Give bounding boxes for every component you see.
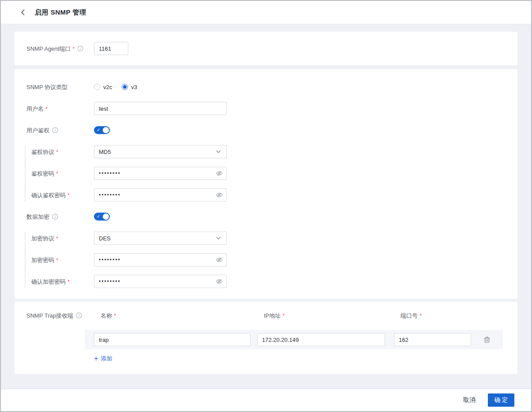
footer-actions: 取消 确定 (1, 389, 531, 411)
encryption-protocol-row: 加密协议 * DES (26, 232, 517, 245)
toggle-knob (103, 213, 109, 220)
section-protocol: SNMP 协议类型 v2c v3 用户名 * (15, 69, 517, 299)
protocol-type-row: SNMP 协议类型 v2c v3 (15, 80, 517, 94)
auth-password-field (94, 167, 227, 180)
required-mark: * (420, 313, 422, 318)
delete-row-button[interactable] (471, 336, 503, 343)
radio-label: v2c (103, 84, 112, 90)
encryption-password-field (94, 253, 227, 266)
info-icon[interactable] (52, 213, 58, 220)
encryption-toggle-label-wrap: 数据加密 (15, 213, 94, 220)
agent-port-row: SNMP Agent端口 * (15, 42, 517, 55)
eye-off-icon[interactable] (216, 170, 223, 177)
eye-off-icon[interactable] (216, 191, 223, 199)
encryption-protocol-label: 加密协议 (31, 236, 54, 241)
radio-v3[interactable]: v3 (122, 84, 137, 90)
trap-name-input[interactable] (94, 333, 251, 346)
radio-circle (94, 84, 100, 90)
radio-label: v3 (131, 84, 137, 90)
agent-port-input[interactable] (94, 42, 128, 55)
encryption-confirm-input[interactable] (94, 275, 227, 288)
trap-ip-input[interactable] (257, 333, 385, 346)
snmp-settings-window: 启用 SNMP 管理 SNMP Agent端口 * SNMP 协议类型 (0, 0, 532, 412)
check-icon: ✓ (97, 214, 100, 219)
section-trap: SNMP Trap接收端 名称 * IP地址 * 端口号 (15, 302, 517, 374)
auth-password-row: 鉴权密码 * (26, 167, 517, 180)
username-input[interactable] (94, 102, 227, 115)
trap-col-name-label: 名称 (101, 313, 112, 318)
required-mark: * (56, 171, 58, 176)
trap-col-ip: IP地址 * (257, 313, 394, 318)
trap-receiver-row (85, 330, 503, 349)
section-agent-port: SNMP Agent端口 * (15, 32, 517, 65)
auth-group: 鉴权协议 * MD5 鉴权密码 * (25, 145, 517, 202)
chevron-down-icon (216, 236, 221, 240)
required-mark: * (114, 313, 116, 318)
auth-confirm-row: 确认鉴权密码 * (26, 188, 517, 202)
auth-password-label-wrap: 鉴权密码 * (26, 171, 94, 176)
auth-password-input[interactable] (94, 167, 227, 180)
required-mark: * (67, 192, 70, 198)
required-mark: * (56, 257, 58, 263)
protocol-type-label: SNMP 协议类型 (26, 84, 67, 90)
select-value: DES (99, 235, 111, 242)
protocol-radio-group: v2c v3 (94, 84, 147, 90)
trap-col-ip-label: IP地址 (264, 313, 281, 318)
back-button[interactable] (21, 9, 25, 16)
username-row: 用户名 * (15, 102, 517, 115)
auth-toggle[interactable]: ✓ (94, 126, 110, 134)
required-mark: * (72, 46, 75, 52)
add-receiver-button[interactable]: + 添加 (94, 355, 112, 363)
agent-port-label: SNMP Agent端口 (26, 46, 71, 52)
info-icon[interactable] (52, 127, 58, 133)
trap-content: 名称 * IP地址 * 端口号 * (85, 311, 503, 363)
required-mark: * (56, 149, 58, 155)
required-mark: * (282, 313, 285, 318)
chevron-left-icon (21, 9, 25, 16)
auth-toggle-row: 用户鉴权 ✓ (15, 124, 517, 137)
radio-v2c[interactable]: v2c (94, 84, 112, 90)
cancel-button[interactable]: 取消 (461, 393, 477, 407)
encryption-confirm-row: 确认加密密码 * (26, 275, 517, 288)
encryption-password-input[interactable] (94, 253, 227, 266)
username-label: 用户名 (26, 106, 44, 112)
info-icon[interactable] (76, 312, 82, 318)
username-label-wrap: 用户名 * (15, 106, 94, 112)
auth-protocol-select[interactable]: MD5 (94, 145, 227, 158)
trap-label-wrap: SNMP Trap接收端 (15, 311, 85, 319)
info-icon[interactable] (77, 45, 83, 52)
trash-icon (483, 336, 491, 343)
encryption-group: 加密协议 * DES 加密密码 * (25, 232, 517, 288)
encryption-confirm-field (94, 275, 227, 288)
trap-column-headers: 名称 * IP地址 * 端口号 * (85, 311, 503, 319)
trap-col-port: 端口号 * (394, 313, 471, 318)
eye-off-icon[interactable] (216, 256, 223, 263)
add-receiver-label: 添加 (101, 355, 112, 363)
trap-label: SNMP Trap接收端 (26, 313, 73, 318)
encryption-confirm-label-wrap: 确认加密密码 * (26, 279, 94, 285)
auth-protocol-label-wrap: 鉴权协议 * (26, 149, 94, 155)
confirm-button[interactable]: 确定 (488, 393, 514, 407)
eye-off-icon[interactable] (216, 278, 223, 285)
form-body: SNMP Agent端口 * SNMP 协议类型 v2c (1, 24, 531, 389)
plus-icon: + (94, 355, 98, 362)
auth-toggle-label-wrap: 用户鉴权 (15, 127, 94, 133)
toggle-knob (103, 127, 109, 133)
auth-confirm-field (94, 188, 227, 202)
trap-port-input[interactable] (394, 333, 471, 346)
page-title: 启用 SNMP 管理 (35, 8, 86, 17)
check-icon: ✓ (97, 128, 100, 132)
auth-confirm-label-wrap: 确认鉴权密码 * (26, 192, 94, 198)
auth-confirm-input[interactable] (94, 188, 227, 202)
encryption-password-row: 加密密码 * (26, 253, 517, 266)
agent-port-label-wrap: SNMP Agent端口 * (15, 45, 94, 52)
required-mark: * (67, 279, 70, 285)
radio-circle (122, 84, 128, 90)
encryption-toggle[interactable]: ✓ (94, 213, 110, 221)
chevron-down-icon (216, 150, 221, 154)
encryption-protocol-select[interactable]: DES (94, 232, 227, 245)
encryption-protocol-label-wrap: 加密协议 * (26, 236, 94, 241)
page-header: 启用 SNMP 管理 (1, 1, 531, 24)
required-mark: * (45, 106, 48, 112)
auth-toggle-label: 用户鉴权 (26, 127, 49, 133)
